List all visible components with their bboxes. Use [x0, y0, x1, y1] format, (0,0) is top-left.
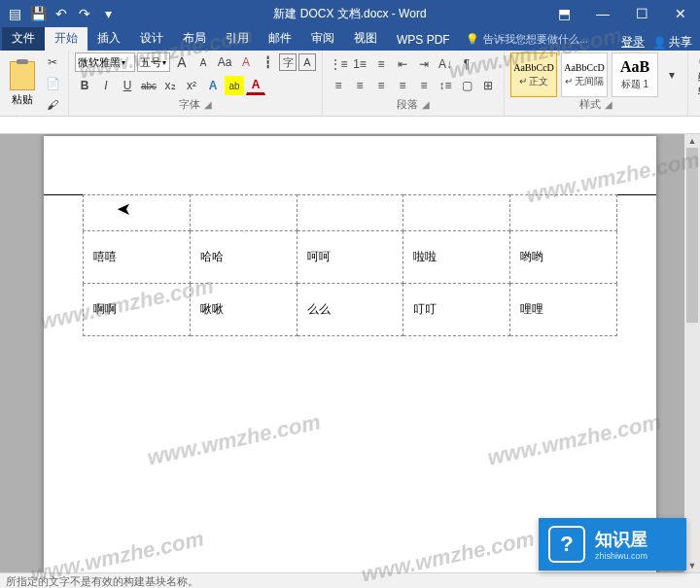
table-row[interactable] — [84, 195, 617, 231]
highlight-button[interactable]: ab — [225, 76, 244, 95]
close-button[interactable]: ✕ — [661, 0, 700, 27]
ribbon-options-icon[interactable]: ⬒ — [544, 0, 583, 27]
vertical-scrollbar[interactable]: ▲ ▼ — [684, 134, 700, 572]
tab-insert[interactable]: 插入 — [88, 26, 130, 51]
table-cell[interactable]: 哈哈 — [190, 231, 297, 284]
styles-dialog-launcher[interactable]: ◢ — [605, 99, 612, 110]
document-workspace: 嘻嘻 哈哈 呵呵 啦啦 哟哟 啊啊 啾啾 么么 叮叮 哩哩 — [0, 134, 700, 572]
table-cell[interactable]: 呵呵 — [297, 231, 403, 284]
login-link[interactable]: 登录 — [621, 34, 645, 51]
table-cell[interactable]: 啦啦 — [403, 231, 510, 284]
clear-format-button[interactable]: A — [236, 52, 256, 72]
scroll-thumb[interactable] — [686, 148, 698, 323]
decrease-indent-button[interactable]: ⇤ — [393, 54, 412, 74]
tab-wpspdf[interactable]: WPS PDF — [387, 29, 460, 51]
table-cell[interactable]: 啾啾 — [190, 284, 297, 336]
underline-button[interactable]: U — [118, 76, 137, 95]
word-menu-icon[interactable]: ▤ — [4, 3, 25, 24]
maximize-button[interactable]: ☐ — [622, 0, 661, 27]
font-name-combo[interactable]: 微软雅黑▾ — [75, 52, 135, 72]
shrink-font-button[interactable]: A — [193, 52, 213, 72]
tab-review[interactable]: 审阅 — [301, 26, 344, 51]
share-button[interactable]: 👤共享 — [652, 34, 692, 51]
style-name: 标题 1 — [621, 78, 648, 91]
borders-button[interactable]: ⊞ — [478, 76, 498, 95]
table-cell[interactable]: 啊啊 — [84, 284, 191, 336]
brand-badge: ? 知识屋 zhishiwu.com — [539, 518, 686, 571]
italic-button[interactable]: I — [96, 76, 116, 95]
tell-me-placeholder: 告诉我您想要做什么... — [483, 32, 588, 47]
table-cell[interactable]: 叮叮 — [403, 284, 510, 336]
increase-indent-button[interactable]: ⇥ — [414, 54, 434, 74]
table-cell[interactable]: 嘻嘻 — [84, 231, 191, 284]
ribbon: 粘贴 ✂ 📄 🖌 剪贴板◢ 微软雅黑▾ 五号▾ A A Aa A ┇ — [0, 51, 700, 117]
tab-references[interactable]: 引用 — [216, 26, 259, 51]
char-box-button[interactable]: A — [298, 53, 316, 71]
document-table[interactable]: 嘻嘻 哈哈 呵呵 啦啦 哟哟 啊啊 啾啾 么么 叮叮 哩哩 — [83, 194, 617, 336]
align-right-button[interactable]: ≡ — [371, 76, 391, 95]
strike-button[interactable]: abc — [139, 76, 158, 95]
tab-mailings[interactable]: 邮件 — [259, 26, 301, 51]
undo-icon[interactable]: ↶ — [51, 3, 72, 24]
line-spacing-button[interactable]: ↕≡ — [436, 76, 455, 95]
phonetic-button[interactable]: ┇ — [258, 52, 277, 72]
show-marks-button[interactable]: ¶ — [457, 54, 476, 74]
align-justify-button[interactable]: ≡ — [393, 76, 412, 95]
shading-button[interactable]: ▢ — [457, 76, 476, 95]
table-row[interactable]: 嘻嘻 哈哈 呵呵 啦啦 哟哟 — [84, 231, 617, 284]
grow-font-button[interactable]: A — [172, 52, 192, 72]
font-color-button[interactable]: A — [246, 76, 265, 95]
table-rule-left — [44, 194, 83, 195]
styles-gallery[interactable]: AaBbCcD ↵ 正文 AaBbCcD ↵ 无间隔 AaB 标题 1 ▾ — [510, 52, 682, 97]
align-center-button[interactable]: ≡ — [350, 76, 369, 95]
titlebar: ▤ 💾 ↶ ↷ ▾ 新建 DOCX 文档.docx - Word ⬒ — ☐ ✕ — [0, 0, 700, 27]
text-effects-button[interactable]: A — [203, 76, 223, 95]
minimize-button[interactable]: — — [583, 0, 622, 27]
change-case-button[interactable]: Aa — [215, 52, 234, 72]
tab-layout[interactable]: 布局 — [173, 26, 216, 51]
style-heading1[interactable]: AaB 标题 1 — [612, 52, 658, 97]
tab-view[interactable]: 视图 — [344, 26, 387, 51]
scroll-down-button[interactable]: ▼ — [684, 559, 700, 572]
redo-icon[interactable]: ↷ — [74, 3, 95, 24]
table-cell[interactable]: 哩哩 — [510, 284, 617, 336]
subscript-button[interactable]: x₂ — [160, 76, 180, 95]
enclose-char-button[interactable]: 字 — [279, 53, 297, 71]
align-distributed-button[interactable]: ≡ — [414, 76, 434, 95]
styles-more-button[interactable]: ▾ — [662, 65, 682, 85]
cut-button[interactable]: ✂ — [43, 52, 62, 72]
tell-me-search[interactable]: 💡 告诉我您想要做什么... — [460, 28, 621, 51]
ribbon-tabs: 文件 开始 插入 设计 布局 引用 邮件 审阅 视图 WPS PDF 💡 告诉我… — [0, 27, 700, 51]
tab-design[interactable]: 设计 — [130, 26, 173, 51]
editing-button[interactable]: 🔍 编辑 ▾ — [694, 55, 700, 110]
font-size-combo[interactable]: 五号▾ — [137, 52, 170, 72]
bullets-button[interactable]: ⋮≡ — [329, 54, 348, 74]
table-cell[interactable]: 么么 — [297, 284, 403, 336]
document-page[interactable]: 嘻嘻 哈哈 呵呵 啦啦 哟哟 啊啊 啾啾 么么 叮叮 哩哩 — [44, 136, 656, 572]
bold-button[interactable]: B — [75, 76, 94, 95]
group-paragraph: ⋮≡ 1≡ ≡ ⇤ ⇥ A↓ ¶ ≡ ≡ ≡ ≡ ≡ ↕≡ ▢ ⊞ — [323, 51, 505, 116]
styles-group-label: 样式 — [579, 97, 601, 112]
multilevel-button[interactable]: ≡ — [371, 54, 391, 74]
qat-more-icon[interactable]: ▾ — [97, 3, 119, 24]
horizontal-ruler[interactable] — [0, 117, 700, 134]
copy-button[interactable]: 📄 — [43, 74, 62, 93]
style-normal[interactable]: AaBbCcD ↵ 正文 — [510, 52, 557, 97]
format-painter-button[interactable]: 🖌 — [43, 95, 62, 115]
paste-label: 粘贴 — [12, 92, 33, 107]
numbering-button[interactable]: 1≡ — [350, 54, 369, 74]
sort-button[interactable]: A↓ — [436, 54, 455, 74]
tab-home[interactable]: 开始 — [45, 26, 88, 51]
save-icon[interactable]: 💾 — [27, 3, 49, 24]
tab-file[interactable]: 文件 — [2, 26, 45, 51]
align-left-button[interactable]: ≡ — [329, 76, 348, 95]
table-row[interactable]: 啊啊 啾啾 么么 叮叮 哩哩 — [84, 284, 617, 336]
style-nospacing[interactable]: AaBbCcD ↵ 无间隔 — [561, 52, 608, 97]
paragraph-dialog-launcher[interactable]: ◢ — [422, 99, 430, 110]
font-dialog-launcher[interactable]: ◢ — [204, 99, 212, 110]
brand-sub: zhishiwu.com — [595, 551, 648, 561]
table-cell[interactable]: 哟哟 — [510, 231, 617, 284]
superscript-button[interactable]: x² — [182, 76, 201, 95]
paste-button[interactable]: 粘贴 — [6, 59, 39, 109]
scroll-up-button[interactable]: ▲ — [684, 134, 700, 148]
